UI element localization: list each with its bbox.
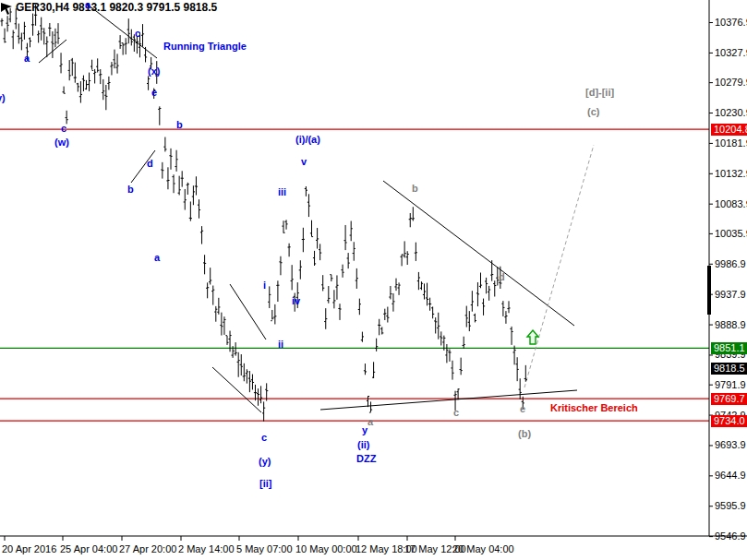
- price-tick-label: 10132.9: [715, 168, 747, 179]
- wave-label: e: [151, 87, 157, 98]
- price-tick-label: 10083.9: [715, 198, 747, 209]
- wave-label: v): [0, 92, 6, 103]
- wave-label: c: [61, 123, 66, 134]
- wave-label: iii: [278, 186, 286, 197]
- wave-label: a: [154, 252, 160, 263]
- wave-label: d: [499, 271, 505, 282]
- wave-label: b: [127, 184, 134, 195]
- price-tick-label: 10327.9: [715, 47, 747, 58]
- wave-label: c: [261, 432, 267, 443]
- price-tick-label: 10230.9: [715, 107, 747, 118]
- price-label-box: 10204.8: [711, 124, 747, 136]
- price-tick-label: 9644.9: [715, 470, 746, 481]
- wave-label: ii: [278, 339, 283, 350]
- price-tick-label: 10376.9: [715, 17, 747, 28]
- price-tick-label: 9937.9: [715, 289, 746, 300]
- wave-label: e: [520, 403, 525, 414]
- price-tick-label: 9693.9: [715, 439, 746, 450]
- chart-canvas[interactable]: [0, 0, 747, 560]
- wave-label: (c): [587, 106, 599, 117]
- wave-label: (x): [148, 66, 160, 77]
- time-tick-label: 25 Apr 04:00: [60, 543, 117, 554]
- wave-label: v: [301, 156, 307, 167]
- price-tick-label: 10181.9: [715, 137, 747, 149]
- price-bars: [0, 5, 527, 422]
- wave-label: (b): [518, 428, 531, 439]
- price-tick-label: 10279.9: [715, 77, 747, 88]
- wave-label: iv: [292, 295, 300, 306]
- price-tick-label: 10035.9: [715, 228, 747, 239]
- wave-label: (ii): [357, 439, 369, 450]
- trendline: [383, 181, 574, 326]
- price-tick-label: 9546.9: [715, 530, 746, 542]
- wave-label: b: [176, 119, 183, 130]
- wave-label: DZZ: [356, 453, 376, 464]
- wave-label: [ii]: [259, 478, 271, 489]
- price-tick-label: 9888.9: [715, 319, 746, 330]
- price-label-box: 9734.0: [711, 415, 747, 427]
- price-tick-label: 9595.9: [715, 500, 746, 511]
- wave-label: a: [24, 53, 30, 64]
- wave-label: i: [263, 280, 266, 291]
- wave-label: (i)/(a): [295, 134, 320, 145]
- wave-label: [d]-[ii]: [585, 87, 614, 98]
- time-tick-label: 20 Apr 2016: [2, 543, 56, 554]
- up-arrow-icon: [527, 330, 538, 344]
- wave-label: a: [367, 416, 373, 427]
- projection-dashed-line: [524, 145, 594, 387]
- chart-window: GER30,H4 9813.1 9820.3 9791.5 9818.5 aac…: [0, 0, 747, 560]
- running-triangle-label: Running Triangle: [163, 41, 247, 52]
- wave-label: (w): [54, 137, 69, 148]
- price-tick-label: 9986.9: [715, 258, 746, 269]
- trendline: [320, 390, 577, 410]
- wave-label: d: [147, 158, 153, 169]
- wave-label: c: [453, 407, 459, 418]
- wave-label: b: [412, 183, 418, 194]
- critical-area-label: Kritischer Bereich: [550, 402, 638, 413]
- time-tick-label: 20 May 04:00: [452, 543, 514, 554]
- trendline: [230, 284, 266, 340]
- time-tick-label: 2 May 14:00: [178, 543, 235, 554]
- trendline: [212, 367, 261, 412]
- trendline: [88, 5, 157, 58]
- time-tick-label: 5 May 07:00: [236, 543, 293, 554]
- axis-thick-mark: [707, 266, 711, 315]
- time-tick-label: 10 May 00:00: [295, 543, 357, 554]
- wave-label: (y): [259, 456, 271, 467]
- time-tick-label: 27 Apr 20:00: [119, 543, 176, 554]
- price-label-box: 9851.1: [711, 342, 747, 354]
- price-tick-label: 9791.9: [715, 379, 746, 390]
- wave-label: c: [135, 28, 140, 39]
- price-label-box: 9769.7: [711, 393, 747, 405]
- price-label-box: 9818.5: [711, 363, 747, 375]
- wave-label: a: [85, 0, 90, 10]
